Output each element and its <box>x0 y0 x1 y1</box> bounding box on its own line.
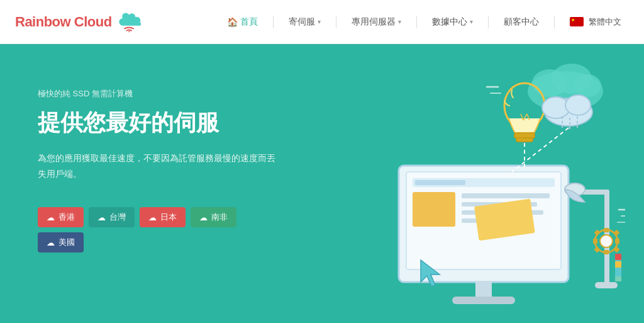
cloud-icon-hk: ☁ <box>47 213 55 222</box>
hero-content: 極快的純 SSD 無需計算機 提供您最好的伺服 為您的應用獲取最佳速度，不要因為… <box>38 82 277 252</box>
nav-shared-hosting[interactable]: 寄伺服 ▾ <box>281 13 328 31</box>
nav-datacenter-label: 數據中心 <box>432 16 467 28</box>
badge-usa[interactable]: ☁ 美國 <box>38 232 84 252</box>
svg-rect-42 <box>594 230 601 236</box>
badge-jp-label: 日本 <box>160 212 177 223</box>
svg-point-0 <box>128 31 130 32</box>
svg-rect-18 <box>514 133 535 138</box>
chevron-down-icon-1: ▾ <box>318 18 321 25</box>
nav-home[interactable]: 🏠 首頁 <box>219 13 265 31</box>
home-icon: 🏠 <box>227 17 238 27</box>
hero-description: 為您的應用獲取最佳速度，不要因為託管服務最慢的速度而丟失用戶端。 <box>38 150 277 182</box>
nav-client-center[interactable]: 顧客中心 <box>496 13 547 31</box>
svg-rect-41 <box>615 239 619 244</box>
badge-za-label: 南非 <box>211 212 228 223</box>
hero-subtitle: 極快的純 SSD 無需計算機 <box>38 88 277 99</box>
badge-hk-label: 香港 <box>58 212 75 223</box>
logo-cloud-icon <box>116 12 146 32</box>
nav-datacenter[interactable]: 數據中心 ▾ <box>425 13 480 31</box>
svg-rect-10 <box>462 193 550 198</box>
hero-illustration <box>298 46 625 310</box>
lang-label: 繁體中文 <box>589 16 621 28</box>
location-badges: ☁ 香港 ☁ 台灣 ☁ 日本 ☁ 南非 ☁ 美國 <box>38 207 277 252</box>
hero-section: 極快的純 SSD 無需計算機 提供您最好的伺服 為您的應用獲取最佳速度，不要因為… <box>0 44 644 323</box>
svg-rect-16 <box>452 297 515 304</box>
main-nav: 🏠 首頁 寄伺服 ▾ 專用伺服器 ▾ 數據中心 ▾ 顧客中心 繁體中文 <box>219 13 629 31</box>
nav-client-label: 顧客中心 <box>504 16 539 28</box>
cloud-icon-tw: ☁ <box>97 213 106 222</box>
badge-southafrica[interactable]: ☁ 南非 <box>191 207 236 227</box>
nav-divider-3 <box>416 16 417 28</box>
chevron-down-icon-3: ▾ <box>470 18 473 25</box>
nav-divider-1 <box>273 16 274 28</box>
badge-tw-label: 台灣 <box>109 212 126 223</box>
illustration-svg <box>298 46 625 310</box>
nav-divider-2 <box>336 16 336 28</box>
badge-us-label: 美國 <box>58 237 75 248</box>
svg-rect-55 <box>615 276 621 281</box>
svg-rect-53 <box>615 261 621 268</box>
badge-hongkong[interactable]: ☁ 香港 <box>38 207 84 227</box>
nav-divider-4 <box>488 16 489 28</box>
logo-cloud-text: Cloud <box>74 14 112 30</box>
svg-rect-8 <box>415 180 465 185</box>
badge-taiwan[interactable]: ☁ 台灣 <box>89 207 135 227</box>
logo[interactable]: Rainbow Cloud <box>15 12 146 32</box>
header: Rainbow Cloud 🏠 首頁 寄伺服 ▾ 專用伺服器 ▾ 數據中心 <box>0 0 644 44</box>
nav-shared-label: 寄伺服 <box>289 16 315 28</box>
svg-rect-40 <box>593 239 597 244</box>
svg-point-26 <box>565 95 591 115</box>
svg-rect-43 <box>614 230 620 236</box>
nav-divider-5 <box>554 16 555 28</box>
svg-rect-44 <box>594 247 601 253</box>
svg-rect-54 <box>615 269 621 275</box>
logo-rainbow: Rainbow <box>15 14 70 30</box>
svg-rect-9 <box>413 192 455 227</box>
badge-japan[interactable]: ☁ 日本 <box>140 207 186 227</box>
svg-rect-15 <box>475 281 492 298</box>
nav-dedicated[interactable]: 專用伺服器 ▾ <box>344 13 409 31</box>
svg-rect-52 <box>615 254 621 260</box>
chevron-down-icon-2: ▾ <box>398 18 401 25</box>
china-flag-icon <box>570 17 584 26</box>
cloud-icon-za: ☁ <box>199 213 208 222</box>
svg-rect-19 <box>516 138 533 142</box>
svg-rect-45 <box>614 247 620 253</box>
hero-title: 提供您最好的伺服 <box>38 108 277 138</box>
svg-rect-39 <box>604 250 609 254</box>
cloud-icon-us: ☁ <box>47 238 55 247</box>
nav-home-label: 首頁 <box>240 16 258 28</box>
svg-rect-38 <box>604 228 609 232</box>
nav-dedicated-label: 專用伺服器 <box>352 16 396 28</box>
cloud-icon-jp: ☁ <box>148 213 157 222</box>
svg-point-37 <box>600 235 613 247</box>
nav-lang[interactable]: 繁體中文 <box>562 13 629 31</box>
logo-text: Rainbow Cloud <box>15 14 112 30</box>
